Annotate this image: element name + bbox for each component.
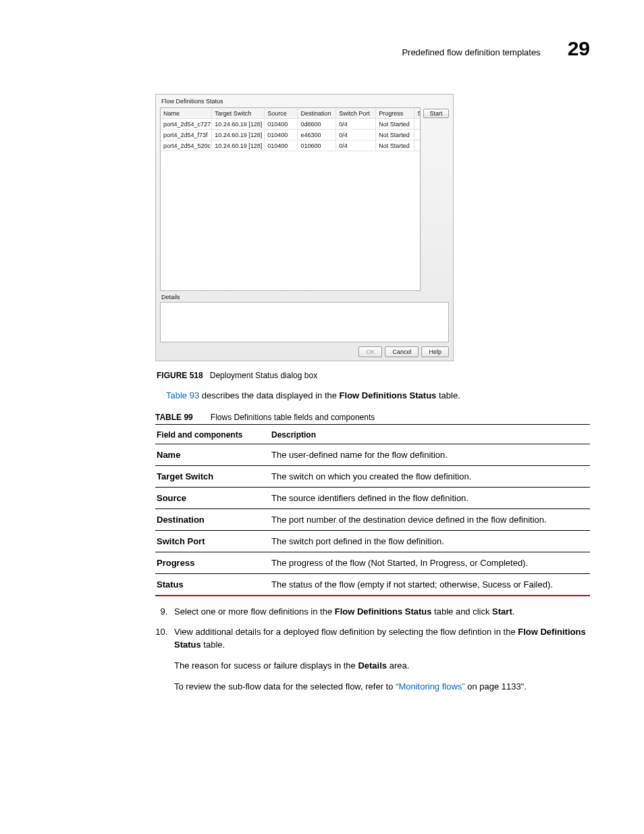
table-row: StatusThe status of the flow (empty if n… [155,573,590,596]
table-row: Target SwitchThe switch on which you cre… [155,465,590,487]
col-name[interactable]: Name [161,108,212,118]
intro-paragraph: Table 93 describes the data displayed in… [166,390,590,402]
col-prog[interactable]: Progress [376,108,414,118]
step-10: View additional details for a deployed f… [170,626,590,652]
table-99: Field and components Description NameThe… [155,425,590,596]
table-row: NameThe user-defined name for the flow d… [155,444,590,465]
table-row: DestinationThe port number of the destin… [155,509,590,530]
table-row[interactable]: port4_2d54_f73f 10.24.60.19 [128] 010400… [161,130,420,140]
table-99-caption: TABLE 99 Flows Definitions table fields … [155,413,590,425]
header-section-title: Predefined flow definition templates [402,47,540,57]
step-10-note-1: The reason for sucess or failure display… [174,660,590,673]
panel-title: Flow Definitions Status [160,98,449,107]
th-desc: Description [270,425,590,444]
deployment-status-dialog: Flow Definitions Status Name Target Swit… [155,94,454,361]
table-row[interactable]: port4_2d54_520c 10.24.60.19 [128] 010400… [161,140,420,151]
flow-definitions-table[interactable]: Name Target Switch Source Destination Sw… [160,107,421,291]
monitoring-flows-link[interactable]: “Monitoring flows” [396,681,465,692]
table-row: ProgressThe progress of the flow (Not St… [155,552,590,573]
col-target[interactable]: Target Switch [212,108,265,118]
figure-caption: FIGURE 518 Deployment Status dialog box [157,371,590,380]
cancel-button[interactable]: Cancel [385,346,419,357]
table-93-link[interactable]: Table 93 [166,390,199,400]
col-sport[interactable]: Switch Port [336,108,376,118]
col-status[interactable]: Status [414,108,420,118]
step-10-note-2: To review the sub-flow data for the sele… [174,681,590,694]
ok-button[interactable]: OK [358,346,382,357]
table-row: Switch PortThe switch port defined in th… [155,530,590,552]
step-9: Select one or more flow definitions in t… [170,606,590,619]
details-label: Details [160,291,449,302]
col-source[interactable]: Source [265,108,298,118]
help-button[interactable]: Help [421,346,449,357]
start-button[interactable]: Start [423,109,449,118]
table-row: SourceThe source identifiers defined in … [155,487,590,509]
chapter-number: 29 [568,37,590,60]
details-area [160,302,449,342]
table-row[interactable]: port4_2d54_c727 10.24.60.19 [128] 010400… [161,119,420,130]
th-field: Field and components [155,425,270,444]
col-dest[interactable]: Destination [298,108,336,118]
